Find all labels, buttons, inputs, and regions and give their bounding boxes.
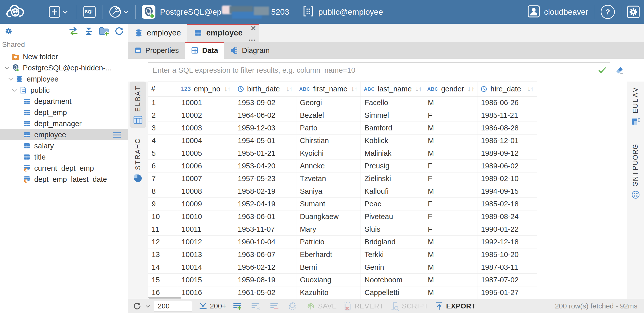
- cell[interactable]: Bezalel: [296, 109, 361, 122]
- cell[interactable]: 10009: [178, 198, 234, 210]
- row-menu-icon[interactable]: [113, 132, 121, 140]
- tree-item-current-dept-emp[interactable]: current_dept_emp: [0, 163, 128, 174]
- cell[interactable]: 1956-02-12: [234, 261, 296, 274]
- cell[interactable]: 1958-02-19: [234, 185, 296, 198]
- cell[interactable]: 1952-04-19: [234, 198, 296, 210]
- cell[interactable]: 1953-09-02: [234, 96, 296, 109]
- cell[interactable]: Chirstian: [296, 134, 361, 147]
- sql-editor-button[interactable]: SQL: [83, 6, 96, 18]
- column-header-emp_no[interactable]: 123emp_no↓↑: [178, 82, 234, 96]
- cell[interactable]: Simmel: [361, 109, 424, 122]
- row-number[interactable]: 6: [148, 160, 178, 172]
- cell[interactable]: 10008: [178, 185, 234, 198]
- cell[interactable]: 10012: [178, 236, 234, 248]
- row-number[interactable]: 9: [148, 198, 178, 210]
- cell[interactable]: Saniya: [296, 185, 361, 198]
- tree-item-employee[interactable]: employee: [0, 73, 128, 85]
- collapse-all-button[interactable]: [84, 26, 94, 36]
- row-number[interactable]: 15: [148, 274, 178, 286]
- link-with-editor-button[interactable]: [68, 26, 79, 36]
- cell[interactable]: 1959-08-19: [234, 274, 296, 286]
- user-menu[interactable]: cloudbeaver: [527, 5, 588, 19]
- refresh-results-button[interactable]: [133, 302, 149, 311]
- cell[interactable]: Facello: [361, 96, 424, 109]
- connection-selector[interactable]: PostgreSQL@ep 5203: [141, 5, 289, 19]
- cell[interactable]: Tzvetan: [296, 172, 361, 185]
- cell[interactable]: 1964-06-02: [234, 109, 296, 122]
- row-number[interactable]: 8: [148, 185, 178, 198]
- cell[interactable]: 1992-12-18: [477, 236, 537, 248]
- fetch-more-button[interactable]: 200+: [199, 302, 226, 310]
- rail-tab-charts[interactable]: CHARTS: [130, 134, 146, 186]
- cell[interactable]: 10001: [178, 96, 234, 109]
- cell[interactable]: Sluis: [361, 223, 424, 236]
- schema-selector[interactable]: public@employee: [302, 5, 383, 19]
- settings-button[interactable]: [627, 5, 640, 18]
- cell[interactable]: 10002: [178, 109, 234, 122]
- cell[interactable]: 1985-11-21: [477, 109, 537, 122]
- delete-row-button[interactable]: [270, 302, 281, 310]
- rail-tab-table[interactable]: TABLE: [130, 82, 146, 128]
- row-number[interactable]: 14: [148, 261, 178, 274]
- cell[interactable]: 1989-08-24: [477, 210, 537, 223]
- tree-item-new-folder[interactable]: New folder: [0, 51, 128, 62]
- cell[interactable]: Nooteboom: [361, 274, 424, 286]
- tab-data[interactable]: Data: [185, 42, 224, 59]
- cell[interactable]: Genin: [361, 261, 424, 274]
- cell[interactable]: 10006: [178, 160, 234, 172]
- navigator-settings-button[interactable]: [4, 26, 14, 36]
- row-number[interactable]: 5: [148, 147, 178, 160]
- new-folder-button[interactable]: [99, 26, 109, 36]
- chevron-down-icon[interactable]: [3, 64, 11, 72]
- chevron-down-icon[interactable]: [10, 86, 19, 94]
- row-number[interactable]: 11: [148, 223, 178, 236]
- tree-item-public[interactable]: public: [0, 85, 128, 96]
- sort-icon[interactable]: ↓↑: [412, 85, 422, 93]
- cell[interactable]: 1953-04-20: [234, 160, 296, 172]
- cell[interactable]: 1987-03-11: [477, 261, 537, 274]
- tab-properties[interactable]: Properties: [128, 42, 185, 59]
- cell[interactable]: Kalloufi: [361, 185, 424, 198]
- sort-icon[interactable]: ↓↑: [221, 85, 231, 93]
- cell[interactable]: M: [424, 248, 477, 261]
- cell[interactable]: 1959-12-03: [234, 122, 296, 134]
- add-row-button[interactable]: [233, 302, 244, 310]
- tree-item-dept-emp[interactable]: dept_emp: [0, 107, 128, 118]
- refresh-button[interactable]: [114, 26, 124, 36]
- cell[interactable]: M: [424, 96, 477, 109]
- cell[interactable]: 1985-02-18: [477, 198, 537, 210]
- tree-item-postgresql-ep-hidden[interactable]: PostgreSQL@ep-hidden-...: [0, 62, 128, 73]
- save-button[interactable]: SAVE: [306, 302, 337, 311]
- cell[interactable]: Guoxiang: [296, 274, 361, 286]
- rail-tab-value[interactable]: VALUE: [629, 83, 642, 130]
- clear-filter-button[interactable]: [614, 65, 624, 75]
- close-icon[interactable]: ✕: [251, 24, 256, 32]
- cell[interactable]: 1989-06-02: [477, 160, 537, 172]
- tree-item-dept-emp-latest-date[interactable]: dept_emp_latest_date: [0, 174, 128, 185]
- apply-changes-button[interactable]: [288, 302, 300, 311]
- rail-tab-grouping[interactable]: GROUPING: [629, 140, 642, 203]
- tab-employee-database[interactable]: employee: [128, 24, 187, 42]
- cell[interactable]: 1986-08-28: [477, 122, 537, 134]
- cell[interactable]: 1985-10-20: [477, 248, 537, 261]
- tree-item-title[interactable]: title: [0, 151, 128, 163]
- cell[interactable]: M: [424, 134, 477, 147]
- column-header-gender[interactable]: ABCgender↓↑: [424, 82, 477, 96]
- cell[interactable]: Zielinski: [361, 172, 424, 185]
- cell[interactable]: Duangkaew: [296, 210, 361, 223]
- cell[interactable]: 1986-06-26: [477, 96, 537, 109]
- sort-icon[interactable]: ↓↑: [524, 85, 534, 93]
- cell[interactable]: 1986-12-01: [477, 134, 537, 147]
- tab-employee-table[interactable]: employee ✕ …: [187, 24, 259, 42]
- script-button[interactable]: SCRIPT: [390, 302, 428, 311]
- row-number[interactable]: 3: [148, 122, 178, 134]
- chevron-down-icon[interactable]: [6, 75, 15, 83]
- cell[interactable]: 10005: [178, 147, 234, 160]
- cell[interactable]: F: [424, 210, 477, 223]
- cell[interactable]: Berni: [296, 261, 361, 274]
- cell[interactable]: 10010: [178, 210, 234, 223]
- cell[interactable]: 10007: [178, 172, 234, 185]
- cell[interactable]: M: [424, 122, 477, 134]
- tree-item-department[interactable]: department: [0, 96, 128, 107]
- cell[interactable]: Parto: [296, 122, 361, 134]
